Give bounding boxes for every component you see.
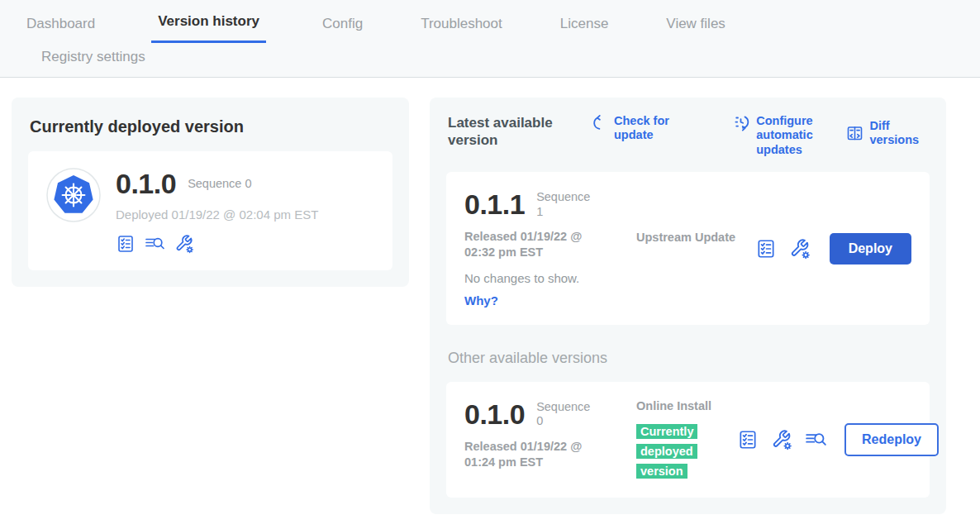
currently-deployed-badge-wrap: Currently deployed version <box>636 422 712 481</box>
latest-version-info: 0.1.1 Sequence 1 Released 01/19/22 @ 02:… <box>464 188 636 308</box>
preflight-checks-icon[interactable] <box>755 238 777 260</box>
deployed-timestamp: Deployed 01/19/22 @ 02:04 pm EST <box>116 207 318 222</box>
refresh-icon <box>592 114 608 131</box>
edit-config-icon[interactable] <box>174 234 194 254</box>
currently-deployed-title: Currently deployed version <box>30 117 392 136</box>
other-version-actions: Redeploy <box>737 423 939 456</box>
redeploy-button[interactable]: Redeploy <box>844 423 939 456</box>
other-released-timestamp: Released 01/19/22 @ 01:24 pm EST <box>464 439 613 470</box>
deployed-version-number: 0.1.0 <box>116 168 176 200</box>
other-source-label: Online Install <box>636 398 737 414</box>
deploy-logs-icon[interactable] <box>805 429 827 450</box>
currently-deployed-badge: Currently deployed version <box>636 424 697 479</box>
latest-version-number: 0.1.1 <box>464 188 525 221</box>
latest-available-header: Latest available version Check for updat… <box>446 114 930 157</box>
currently-deployed-panel: Currently deployed version 0.1.0 Sequenc… <box>12 98 409 287</box>
latest-released-timestamp: Released 01/19/22 @ 02:32 pm EST <box>464 229 613 260</box>
other-sequence-label: Sequence 0 <box>536 400 594 429</box>
configure-automatic-updates-link[interactable]: Configure automatic updates <box>734 114 846 157</box>
nav-row-1: Dashboard Version history Config Trouble… <box>25 13 980 43</box>
deploy-button[interactable]: Deploy <box>830 233 911 264</box>
latest-version-actions: Deploy <box>755 233 911 264</box>
tab-view-files[interactable]: View files <box>664 16 727 43</box>
tab-registry-settings[interactable]: Registry settings <box>40 49 147 65</box>
diff-icon <box>846 125 863 142</box>
top-navigation: Dashboard Version history Config Trouble… <box>0 0 980 78</box>
kubernetes-logo <box>46 168 101 222</box>
other-version-row: 0.1.0 Sequence 0 Released 01/19/22 @ 01:… <box>446 382 930 498</box>
latest-available-panel: Latest available version Check for updat… <box>430 98 946 514</box>
main-content: Currently deployed version 0.1.0 Sequenc… <box>0 78 980 514</box>
other-version-number: 0.1.0 <box>464 398 525 431</box>
deploy-logs-icon[interactable] <box>145 234 165 254</box>
other-source-column: Online Install Currently deployed versio… <box>636 398 737 481</box>
tab-troubleshoot[interactable]: Troubleshoot <box>419 16 504 43</box>
deployed-sequence-label: Sequence 0 <box>188 177 251 191</box>
edit-config-icon[interactable] <box>789 238 811 260</box>
latest-version-row: 0.1.1 Sequence 1 Released 01/19/22 @ 02:… <box>446 172 930 325</box>
edit-config-icon[interactable] <box>771 429 792 450</box>
tab-license[interactable]: License <box>559 16 611 43</box>
other-version-info: 0.1.0 Sequence 0 Released 01/19/22 @ 01:… <box>464 398 636 481</box>
tab-config[interactable]: Config <box>321 16 364 43</box>
preflight-checks-icon[interactable] <box>737 429 759 450</box>
check-for-update-link[interactable]: Check for update <box>592 114 696 143</box>
why-link[interactable]: Why? <box>464 293 498 307</box>
diff-versions-link[interactable]: Diff versions <box>846 119 930 148</box>
latest-sequence-label: Sequence 1 <box>536 190 594 219</box>
header-actions: Check for update Configure automatic upd… <box>592 114 930 157</box>
nav-row-2: Registry settings <box>25 43 980 77</box>
changes-note: No changes to show. <box>464 271 636 285</box>
latest-available-title: Latest available version <box>448 114 565 150</box>
diff-versions-label: Diff versions <box>869 119 930 148</box>
tab-version-history[interactable]: Version history <box>151 13 266 43</box>
latest-source-column: Upstream Update <box>636 188 737 308</box>
other-versions-title: Other available versions <box>448 350 930 367</box>
check-for-update-label: Check for update <box>614 114 696 143</box>
latest-source-label: Upstream Update <box>636 230 737 245</box>
preflight-checks-icon[interactable] <box>116 234 136 254</box>
deployed-version-info: 0.1.0 Sequence 0 Deployed 01/19/22 @ 02:… <box>116 168 318 254</box>
deployed-version-card: 0.1.0 Sequence 0 Deployed 01/19/22 @ 02:… <box>28 151 392 270</box>
schedule-update-icon <box>734 114 750 131</box>
tab-dashboard[interactable]: Dashboard <box>25 16 97 43</box>
configure-automatic-updates-label: Configure automatic updates <box>756 114 846 157</box>
